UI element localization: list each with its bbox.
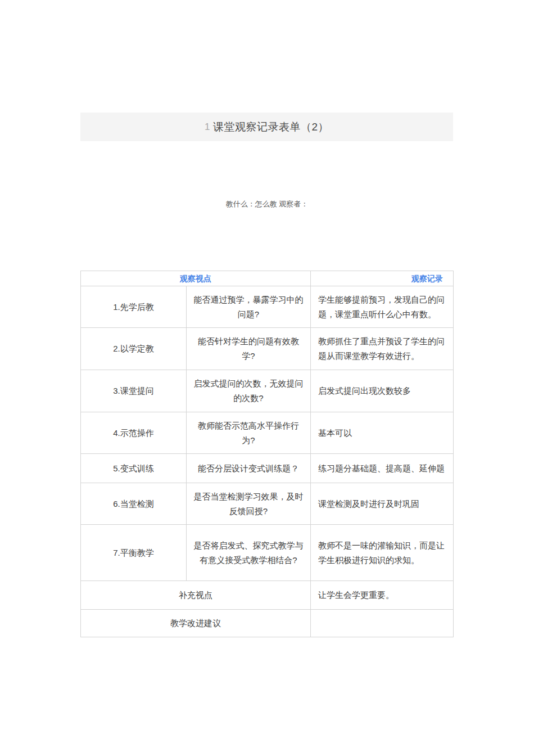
table-row: 6.当堂检测 是否当堂检测学习效果，及时反馈回授? 课堂检测及时进行及时巩固 [81, 483, 454, 525]
table-row: 4.示范操作 教师能否示范高水平操作行为? 基本可以 [81, 412, 454, 454]
footer-row: 补充视点 让学生会学更重要。 [81, 581, 454, 610]
table-row: 5.变式训练 能否分层设计变式训练题？ 练习题分基础题、提高题、延伸题 [81, 454, 454, 483]
footer-record [311, 610, 454, 637]
page-title: 课堂观察记录表单（2） [213, 120, 329, 134]
table-row: 2.以学定教 能否针对学生的问题有效教学? 教师抓住了重点并预设了学生的问题从而… [81, 328, 454, 370]
row-name: 4.示范操作 [81, 412, 187, 454]
row-question: 是否将启发式、探究式教学与有意义接受式教学相结合? [187, 525, 311, 581]
title-prefix: 1 [205, 122, 210, 133]
row-record: 练习题分基础题、提高题、延伸题 [311, 454, 454, 483]
table-row: 1.先学后教 能否通过预学，暴露学习中的问题? 学生能够提前预习，发现自己的问题… [81, 286, 454, 328]
row-name: 6.当堂检测 [81, 483, 187, 525]
footer-row: 教学改进建议 [81, 610, 454, 637]
row-record: 启发式提问出现次数较多 [311, 370, 454, 412]
table-row: 7.平衡教学 是否将启发式、探究式教学与有意义接受式教学相结合? 教师不是一味的… [81, 525, 454, 581]
header-record: 观察记录 [311, 271, 454, 286]
footer-label: 教学改进建议 [81, 610, 311, 637]
row-question: 是否当堂检测学习效果，及时反馈回授? [187, 483, 311, 525]
row-name: 5.变式训练 [81, 454, 187, 483]
meta-line: 教什么：怎么教 观察者： [0, 199, 534, 209]
row-question: 能否通过预学，暴露学习中的问题? [187, 286, 311, 328]
footer-label: 补充视点 [81, 581, 311, 610]
row-record: 教师抓住了重点并预设了学生的问题从而课堂教学有效进行。 [311, 328, 454, 370]
row-record: 教师不是一味的灌输知识，而是让学生积极进行知识的求知。 [311, 525, 454, 581]
row-question: 能否针对学生的问题有效教学? [187, 328, 311, 370]
document-title-bar: 1 课堂观察记录表单（2） [80, 112, 453, 141]
table-header-row: 观察视点 观察记录 [81, 271, 454, 286]
row-name: 3.课堂提问 [81, 370, 187, 412]
observation-table: 观察视点 观察记录 1.先学后教 能否通过预学，暴露学习中的问题? 学生能够提前… [80, 271, 454, 637]
row-record: 课堂检测及时进行及时巩固 [311, 483, 454, 525]
table-row: 3.课堂提问 启发式提问的次数，无效提问的次数? 启发式提问出现次数较多 [81, 370, 454, 412]
row-question: 启发式提问的次数，无效提问的次数? [187, 370, 311, 412]
row-name: 1.先学后教 [81, 286, 187, 328]
row-name: 2.以学定教 [81, 328, 187, 370]
header-viewpoint: 观察视点 [81, 271, 311, 286]
row-question: 能否分层设计变式训练题？ [187, 454, 311, 483]
row-record: 基本可以 [311, 412, 454, 454]
document-page: 1 课堂观察记录表单（2） 教什么：怎么教 观察者： 观察视点 观察记录 1.先… [0, 0, 534, 756]
row-question: 教师能否示范高水平操作行为? [187, 412, 311, 454]
footer-record: 让学生会学更重要。 [311, 581, 454, 610]
row-name: 7.平衡教学 [81, 525, 187, 581]
row-record: 学生能够提前预习，发现自己的问题，课堂重点听什么心中有数。 [311, 286, 454, 328]
